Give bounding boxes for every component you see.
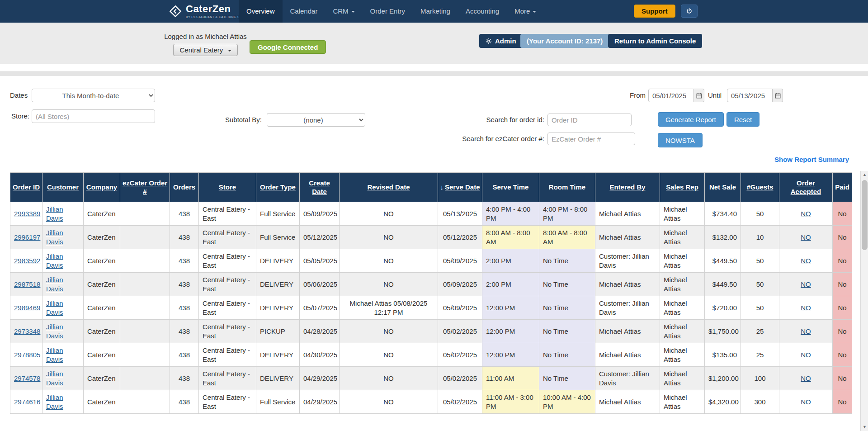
- cell-store: Central Eatery - East: [199, 202, 256, 226]
- cell-order-type: DELIVERY: [256, 296, 300, 320]
- customer-link[interactable]: Jillian Davis: [46, 299, 63, 316]
- col-header-order-accepted[interactable]: Order Accepted: [779, 173, 833, 202]
- scroll-down-arrow[interactable]: ▼: [861, 423, 868, 431]
- cell-store: Central Eatery - East: [199, 226, 256, 249]
- cell-sales-rep: Michael Attias: [660, 320, 705, 343]
- nav-item-calendar[interactable]: Calendar: [283, 0, 326, 23]
- nav-item-order-entry[interactable]: Order Entry: [363, 0, 413, 23]
- customer-link[interactable]: Jillian Davis: [46, 229, 63, 246]
- store-filter-input[interactable]: [32, 109, 155, 123]
- chevron-down-icon: [533, 11, 536, 13]
- support-button[interactable]: Support: [634, 5, 675, 18]
- ezcater-search-input[interactable]: [547, 133, 635, 145]
- order-accepted-link[interactable]: NO: [801, 233, 811, 241]
- subtotal-by-select[interactable]: (none): [267, 113, 365, 127]
- customer-link[interactable]: Jillian Davis: [46, 370, 63, 387]
- cell-company: CaterZen: [84, 320, 120, 343]
- reset-button[interactable]: Reset: [726, 112, 760, 127]
- store-selector-dropdown[interactable]: Central Eatery: [173, 44, 237, 56]
- cell-customer: Jillian Davis: [42, 273, 84, 296]
- cell-order-type: Full Service: [256, 226, 300, 249]
- col-header-entered-by[interactable]: Entered By: [595, 173, 660, 202]
- until-calendar-button[interactable]: [773, 89, 783, 102]
- table-row: 2987518Jillian DavisCaterZen438Central E…: [10, 273, 852, 296]
- dates-range-select[interactable]: This Month-to-date: [32, 89, 155, 102]
- order-accepted-link[interactable]: NO: [801, 351, 811, 359]
- customer-link[interactable]: Jillian Davis: [46, 252, 63, 269]
- order-id-link[interactable]: 2974578: [14, 374, 40, 382]
- order-id-link[interactable]: 2993389: [14, 210, 40, 218]
- col-header-numguests[interactable]: #Guests: [741, 173, 779, 202]
- cell-order-type: DELIVERY: [256, 249, 300, 273]
- order-id-link[interactable]: 2996197: [14, 233, 40, 241]
- order-accepted-link[interactable]: NO: [801, 210, 811, 218]
- cell-serve-time: 2:00 PM: [482, 249, 539, 273]
- col-header-create-date[interactable]: Create Date: [300, 173, 340, 202]
- scroll-up-arrow[interactable]: ▲: [861, 171, 868, 179]
- col-header-order-id[interactable]: Order ID: [10, 173, 42, 202]
- until-date-label: Until: [708, 91, 722, 99]
- orders-table: Order IDCustomerCompanyezCater Order #Or…: [10, 172, 852, 414]
- nav-item-accounting[interactable]: Accounting: [458, 0, 507, 23]
- order-id-link[interactable]: 2978805: [14, 351, 40, 359]
- col-header-store[interactable]: Store: [199, 173, 256, 202]
- cell-revised-date: NO: [340, 390, 438, 414]
- vertical-scrollbar[interactable]: ▲ ▼: [860, 171, 868, 431]
- show-report-summary-link[interactable]: Show Report Summary: [774, 156, 849, 163]
- order-accepted-link[interactable]: NO: [801, 374, 811, 382]
- power-icon: [686, 8, 693, 14]
- nav-item-overview[interactable]: Overview: [239, 0, 283, 23]
- orders-table-container: Order IDCustomerCompanyezCater Order #Or…: [10, 172, 852, 414]
- cell-net-sale: $135.00: [705, 343, 741, 367]
- cell-order-type: DELIVERY: [256, 343, 300, 367]
- col-header-revised-date[interactable]: Revised Date: [340, 173, 438, 202]
- nav-item-more[interactable]: More: [507, 0, 544, 23]
- order-accepted-link[interactable]: NO: [801, 304, 811, 312]
- generate-report-button[interactable]: Generate Report: [658, 112, 724, 127]
- cell-net-sale: $734.40: [705, 202, 741, 226]
- google-connected-button[interactable]: Google Connected: [250, 40, 326, 54]
- cell-entered-by: Michael Attias: [595, 202, 660, 226]
- cell-store: Central Eatery - East: [199, 249, 256, 273]
- col-header-company[interactable]: Company: [84, 173, 120, 202]
- cell-revised-date: NO: [340, 202, 438, 226]
- col-header-ezcater-order-num[interactable]: ezCater Order #: [120, 173, 170, 202]
- account-id-button[interactable]: (Your Account ID: 2137): [520, 34, 609, 48]
- from-calendar-button[interactable]: [694, 89, 704, 102]
- col-header-sales-rep[interactable]: Sales Rep: [660, 173, 705, 202]
- customer-link[interactable]: Jillian Davis: [46, 205, 63, 222]
- customer-link[interactable]: Jillian Davis: [46, 276, 63, 293]
- order-id-link[interactable]: 2974616: [14, 398, 40, 406]
- cell-sales-rep: Michael Attias: [660, 390, 705, 414]
- order-id-link[interactable]: 2973348: [14, 327, 40, 335]
- customer-link[interactable]: Jillian Davis: [46, 346, 63, 363]
- order-accepted-link[interactable]: NO: [801, 257, 811, 265]
- customer-link[interactable]: Jillian Davis: [46, 393, 63, 410]
- order-id-link[interactable]: 2983592: [14, 257, 40, 265]
- col-header-room-time: Room Time: [539, 173, 595, 202]
- nav-item-marketing[interactable]: Marketing: [413, 0, 458, 23]
- scrollbar-thumb[interactable]: [862, 180, 868, 250]
- order-accepted-link[interactable]: NO: [801, 327, 811, 335]
- order-id-link[interactable]: 2989469: [14, 304, 40, 312]
- cell-orders: 438: [170, 320, 199, 343]
- admin-button[interactable]: Admin: [479, 34, 523, 48]
- cell-store: Central Eatery - East: [199, 273, 256, 296]
- col-header-label: Net Sale: [709, 183, 736, 191]
- col-header-serve-date[interactable]: ↓Serve Date: [438, 173, 482, 202]
- order-accepted-link[interactable]: NO: [801, 280, 811, 288]
- from-date-input[interactable]: [648, 89, 694, 102]
- customer-link[interactable]: Jillian Davis: [46, 323, 63, 340]
- col-header-paid: Paid: [833, 173, 852, 202]
- cell-room-time: 10:00 AM - 4:00 PM: [539, 390, 595, 414]
- col-header-order-type[interactable]: Order Type: [256, 173, 300, 202]
- nav-item-crm[interactable]: CRM: [325, 0, 362, 23]
- until-date-input[interactable]: [727, 89, 773, 102]
- order-accepted-link[interactable]: NO: [801, 398, 811, 406]
- return-admin-console-button[interactable]: Return to Admin Console: [608, 34, 702, 48]
- nowsta-button[interactable]: NOWSTA: [658, 133, 703, 147]
- order-id-link[interactable]: 2987518: [14, 280, 40, 288]
- order-id-search-input[interactable]: [547, 114, 632, 126]
- col-header-customer[interactable]: Customer: [42, 173, 84, 202]
- logout-power-button[interactable]: [681, 5, 698, 18]
